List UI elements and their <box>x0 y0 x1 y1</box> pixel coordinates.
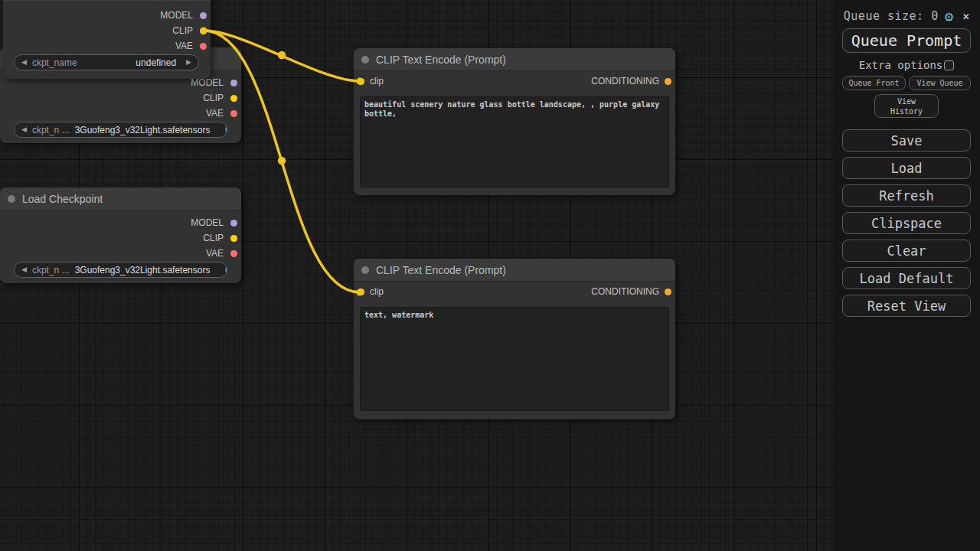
clip-output-label: CLIP <box>203 233 224 243</box>
widget-value: 3Guofeng3_v32Light.safetensors <box>75 265 211 276</box>
vae-output-port[interactable] <box>230 250 237 257</box>
load-default-button[interactable]: Load Default <box>842 267 971 289</box>
extra-options-checkbox[interactable] <box>944 60 954 70</box>
vae-output-port[interactable] <box>200 43 207 50</box>
widget-name: ckpt_n ... <box>32 125 70 135</box>
node-title-bar[interactable]: CLIP Text Encode (Prompt) <box>354 48 675 71</box>
clip-output-row: CLIP <box>203 90 241 106</box>
clip-io-row: clip CONDITIONING <box>354 284 675 299</box>
ckpt-name-widget[interactable]: ◀ ckpt_name undefined ▶ <box>14 54 199 70</box>
view-queue-button[interactable]: View Queue <box>909 76 971 90</box>
queue-status-row: Queue size: 0 ⚙ ✕ <box>844 9 969 23</box>
ckpt-name-widget[interactable]: ◀ ckpt_n ... 3Guofeng3_v32Light.safetens… <box>14 262 227 278</box>
clip-input-port[interactable] <box>358 78 364 85</box>
clip-output-label: CLIP <box>172 25 193 36</box>
model-output-label: MODEL <box>160 10 193 21</box>
extra-options-label: Extra options <box>859 59 943 71</box>
vae-output-row: VAE <box>206 246 241 261</box>
clip-output-row: CLIP <box>172 23 211 38</box>
widget-prev-arrow-icon[interactable]: ◀ <box>21 126 27 133</box>
prompt-textarea[interactable]: text, watermark <box>360 307 669 411</box>
widget-name: ckpt_n ... <box>32 265 70 276</box>
vae-output-label: VAE <box>206 248 224 259</box>
load-button[interactable]: Load <box>842 157 971 179</box>
vae-output-row: VAE <box>206 106 241 121</box>
clip-input-port[interactable] <box>358 289 364 295</box>
node-graph-canvas[interactable]: MODEL CLIP VAE ◀ ckpt_n ... 3Guofeng3_v3… <box>0 0 833 551</box>
clip-input-label: clip <box>370 76 384 86</box>
clip-output-port[interactable] <box>230 95 237 102</box>
ckpt-name-widget[interactable]: ◀ ckpt_n ... 3Guofeng3_v32Light.safetens… <box>14 122 227 138</box>
prompt-textarea[interactable]: beautiful scenery nature glass bottle la… <box>360 96 669 187</box>
node-checkpoint-top[interactable]: MODEL CLIP VAE ◀ ckpt_name undefined ▶ <box>3 0 211 79</box>
node-clip-text-encode-positive[interactable]: CLIP Text Encode (Prompt) clip CONDITION… <box>354 48 675 195</box>
model-output-row: MODEL <box>191 215 241 230</box>
model-output-label: MODEL <box>191 217 224 228</box>
clip-io-row: clip CONDITIONING <box>354 73 675 89</box>
model-output-port[interactable] <box>200 12 207 19</box>
node-clip-text-encode-negative[interactable]: CLIP Text Encode (Prompt) clip CONDITION… <box>354 259 675 419</box>
refresh-button[interactable]: Refresh <box>842 184 971 207</box>
conditioning-output-port[interactable] <box>665 289 671 295</box>
save-button[interactable]: Save <box>842 129 971 152</box>
comfy-menu-panel: Queue size: 0 ⚙ ✕ Queue Prompt Extra opt… <box>833 0 980 551</box>
node-title: Load Checkpoint <box>22 193 103 205</box>
node-load-checkpoint[interactable]: Load Checkpoint MODEL CLIP VAE ◀ ckpt_n … <box>0 187 241 283</box>
node-title: CLIP Text Encode (Prompt) <box>376 264 506 276</box>
clip-output-port[interactable] <box>200 28 207 34</box>
conditioning-output-label: CONDITIONING <box>591 286 659 297</box>
collapse-dot-icon[interactable] <box>361 266 369 274</box>
collapse-dot-icon[interactable] <box>361 56 369 64</box>
widget-next-arrow-icon[interactable]: ▶ <box>186 59 191 66</box>
clear-button[interactable]: Clear <box>842 240 971 262</box>
reset-view-button[interactable]: Reset View <box>842 295 971 317</box>
vae-output-row: VAE <box>175 38 211 54</box>
widget-next-arrow-icon[interactable]: ▶ <box>225 126 227 133</box>
clip-output-row: CLIP <box>203 230 241 246</box>
widget-value: 3Guofeng3_v32Light.safetensors <box>75 125 211 135</box>
wire-midpoint-dot[interactable] <box>278 51 286 59</box>
node-title-bar[interactable]: Load Checkpoint <box>0 187 241 210</box>
queue-prompt-button[interactable]: Queue Prompt <box>842 28 971 53</box>
widget-next-arrow-icon[interactable]: ▶ <box>225 266 227 273</box>
vae-output-label: VAE <box>206 108 224 119</box>
queue-size-label: Queue size: 0 <box>844 9 939 23</box>
model-output-row: MODEL <box>160 8 211 23</box>
node-title-bar[interactable]: CLIP Text Encode (Prompt) <box>354 259 675 282</box>
widget-prev-arrow-icon[interactable]: ◀ <box>21 266 27 273</box>
clipspace-button[interactable]: Clipspace <box>842 212 971 234</box>
wire-midpoint-dot[interactable] <box>278 157 286 165</box>
vae-output-label: VAE <box>175 41 193 51</box>
clip-input-label: clip <box>370 286 384 297</box>
widget-prev-arrow-icon[interactable]: ◀ <box>21 59 27 66</box>
queue-actions-row: Queue Front View Queue <box>842 76 971 90</box>
close-menu-icon[interactable]: ✕ <box>962 9 969 23</box>
clip-output-port[interactable] <box>230 235 237 242</box>
widget-name: ckpt_name <box>32 57 77 68</box>
node-title-bar[interactable] <box>3 0 211 3</box>
clip-output-label: CLIP <box>203 93 224 103</box>
model-output-label: MODEL <box>191 77 224 88</box>
extra-options-row: Extra options <box>859 60 955 70</box>
widget-value: undefined <box>136 57 176 68</box>
view-history-button[interactable]: View History <box>874 94 939 118</box>
model-output-port[interactable] <box>230 80 237 86</box>
node-title: CLIP Text Encode (Prompt) <box>376 54 506 66</box>
queue-front-button[interactable]: Queue Front <box>842 76 906 90</box>
settings-gear-icon[interactable]: ⚙ <box>945 9 953 23</box>
vae-output-port[interactable] <box>230 110 237 117</box>
collapse-dot-icon[interactable] <box>8 195 15 203</box>
model-output-port[interactable] <box>230 220 237 227</box>
conditioning-output-label: CONDITIONING <box>591 76 659 86</box>
conditioning-output-port[interactable] <box>665 78 671 85</box>
